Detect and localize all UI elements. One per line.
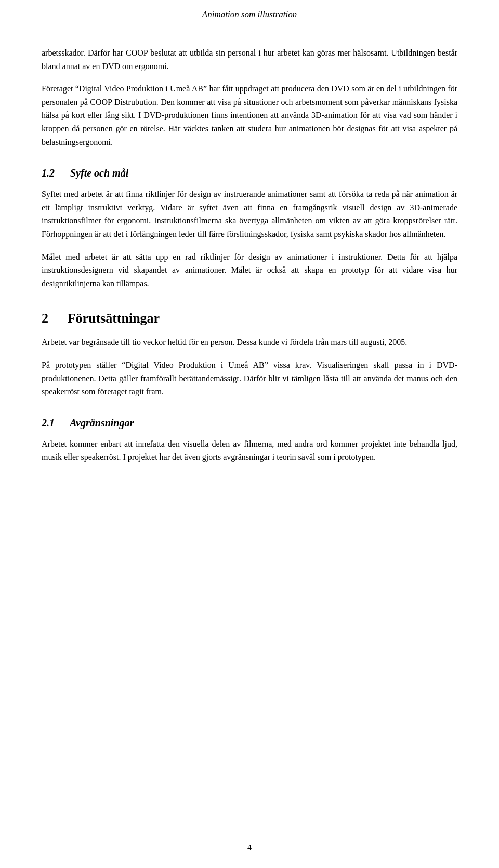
section-2-title: Förutsättningar	[68, 311, 160, 326]
page-content: arbetsskador. Därför har COOP beslutat a…	[42, 41, 457, 464]
section-2-number: 2	[42, 311, 48, 326]
paragraph-5: Arbetet var begränsade till tio veckor h…	[42, 336, 457, 349]
page-number: 4	[247, 843, 252, 852]
subsection-2-1-number: 2.1	[42, 417, 55, 429]
page: Animation som illustration arbetsskador.…	[0, 0, 499, 868]
page-header: Animation som illustration	[42, 0, 457, 25]
subsection-1-2-number: 1.2	[42, 167, 55, 179]
paragraph-7: Arbetet kommer enbart att innefatta den …	[42, 437, 457, 464]
subsection-2-1-title: Avgränsningar	[70, 417, 134, 429]
paragraph-6: På prototypen ställer “Digital Video Pro…	[42, 358, 457, 398]
section-2-heading: 2 Förutsättningar	[42, 311, 457, 326]
paragraph-1: arbetsskador. Därför har COOP beslutat a…	[42, 46, 457, 73]
page-footer: 4	[0, 843, 499, 852]
subsection-1-2-title: Syfte och mål	[70, 167, 128, 179]
page-title: Animation som illustration	[202, 9, 297, 19]
subsection-1-2-heading: 1.2 Syfte och mål	[42, 167, 457, 179]
paragraph-4: Målet med arbetet är att sätta upp en ra…	[42, 250, 457, 290]
subsection-2-1-heading: 2.1 Avgränsningar	[42, 417, 457, 429]
paragraph-2: Företaget “Digital Video Produktion i Um…	[42, 82, 457, 149]
paragraph-3: Syftet med arbetet är att finna riktlinj…	[42, 188, 457, 241]
